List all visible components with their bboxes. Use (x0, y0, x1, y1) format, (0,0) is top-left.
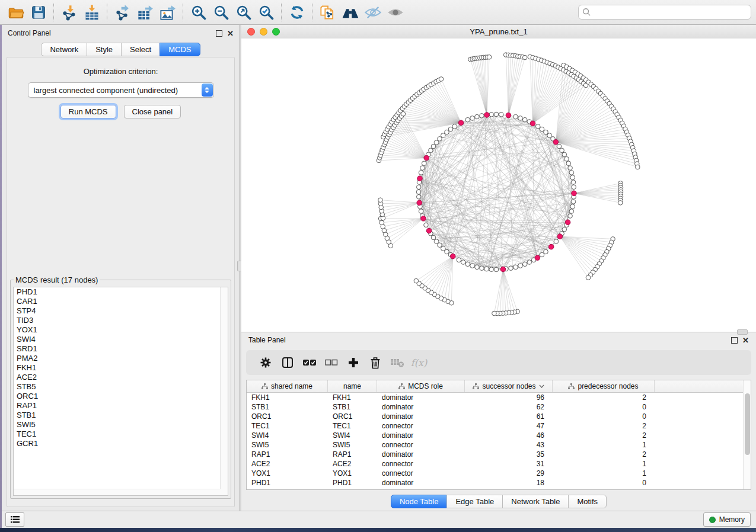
table-vertical-scrollbar[interactable] (743, 380, 751, 489)
network-graph[interactable] (241, 39, 756, 332)
tab-motifs[interactable]: Motifs (568, 495, 607, 508)
mcds-result-item[interactable]: PHD1 (14, 287, 228, 297)
close-panel-button[interactable]: Close panel (124, 105, 181, 118)
export-network-button[interactable] (111, 2, 134, 23)
table-row[interactable]: YOX1YOX1connector291 (247, 469, 751, 478)
criterion-dropdown[interactable]: largest connected component (undirected) (28, 82, 214, 98)
export-image-button[interactable] (157, 2, 179, 23)
mcds-result-title: MCDS result (17 nodes) (14, 275, 100, 284)
tab-node-table[interactable]: Node Table (391, 495, 448, 508)
mcds-result-item[interactable]: PMA2 (14, 354, 228, 363)
table-cell: connector (377, 460, 465, 468)
first-neighbors-button[interactable] (339, 2, 362, 23)
table-cell: SWI5 (328, 441, 377, 449)
search-box[interactable] (578, 5, 751, 20)
open-folder-icon (8, 5, 24, 20)
tab-style[interactable]: Style (87, 43, 122, 56)
show-all-button[interactable] (384, 2, 407, 23)
optimization-criterion-label: Optimization criterion: (7, 67, 234, 76)
float-panel-icon[interactable] (731, 337, 738, 344)
table-cell: STB1 (328, 403, 377, 411)
column-header-name[interactable]: name (328, 380, 377, 392)
network-canvas[interactable] (241, 39, 756, 332)
mcds-result-item[interactable]: ACE2 (14, 373, 228, 382)
table-row[interactable]: STB1STB1dominator620 (247, 402, 751, 412)
tab-edge-table[interactable]: Edge Table (446, 495, 503, 508)
table-row[interactable]: PHD1PHD1dominator180 (247, 478, 751, 488)
column-header-shared-name[interactable]: shared name (247, 380, 328, 392)
table-row[interactable]: SWI4SWI4dominator462 (247, 431, 751, 440)
apply-layout-button[interactable] (286, 2, 308, 23)
table-row[interactable]: RAP1RAP1dominator352 (247, 450, 751, 459)
open-file-button[interactable] (5, 2, 27, 23)
table-row[interactable]: ACE2ACE2connector311 (247, 459, 751, 469)
float-panel-icon[interactable] (216, 30, 222, 37)
mcds-result-item[interactable]: CAR1 (14, 297, 228, 306)
table-row[interactable]: SWI5SWI5connector431 (247, 440, 751, 450)
export-table-button[interactable] (134, 2, 157, 23)
mcds-result-item[interactable]: FKH1 (14, 363, 228, 373)
mcds-result-item[interactable]: GCR1 (14, 439, 228, 448)
table-cell: dominator (377, 403, 465, 411)
table-row[interactable]: TEC1TEC1connector472 (247, 421, 751, 431)
zoom-out-button[interactable] (210, 2, 232, 23)
mcds-result-item[interactable]: SWI5 (14, 420, 228, 430)
table-cell: 2 (553, 393, 655, 402)
mcds-result-item[interactable]: TEC1 (14, 430, 228, 439)
function-builder-button[interactable]: f(x) (408, 352, 430, 373)
trash-icon (369, 356, 381, 369)
close-panel-icon[interactable]: ✕ (227, 31, 234, 36)
mcds-result-list[interactable]: PHD1CAR1STP4TID3YOX1SWI4SRD1PMA2FKH1ACE2… (13, 287, 228, 496)
table-panel: Table Panel ✕ (241, 332, 756, 511)
save-session-button[interactable] (27, 2, 50, 23)
table-row[interactable]: ORC1ORC1dominator610 (247, 412, 751, 421)
zoom-fit-button[interactable] (232, 2, 255, 23)
tab-network-table[interactable]: Network Table (502, 495, 569, 508)
zoom-selected-button[interactable] (255, 2, 277, 23)
memory-button[interactable]: Memory (703, 512, 751, 527)
column-header-successor-nodes[interactable]: successor nodes (465, 380, 553, 392)
show-panel-menu-button[interactable] (5, 512, 24, 527)
export-table-icon (137, 4, 154, 21)
zoom-in-button[interactable] (187, 2, 210, 23)
table-row[interactable]: FKH1FKH1dominator962 (247, 393, 751, 402)
destroy-table-button[interactable] (386, 352, 408, 373)
deselect-all-button[interactable] (320, 352, 342, 373)
tab-network[interactable]: Network (41, 43, 87, 56)
mcds-result-item[interactable]: STB5 (14, 382, 228, 392)
duplicate-network-button[interactable] (317, 2, 339, 23)
select-all-button[interactable] (298, 352, 320, 373)
column-view-button[interactable] (276, 352, 298, 373)
import-network-button[interactable] (58, 2, 81, 23)
search-input[interactable] (591, 7, 747, 17)
table-cell: RAP1 (247, 450, 328, 459)
hide-selected-button[interactable] (362, 2, 384, 23)
mcds-result-item[interactable]: YOX1 (14, 325, 228, 335)
mcds-result-group: MCDS result (17 nodes) PHD1CAR1STP4TID3Y… (10, 275, 231, 499)
tab-select[interactable]: Select (121, 43, 160, 56)
mcds-result-item[interactable]: STB1 (14, 411, 228, 420)
table-cell: dominator (377, 450, 465, 459)
mcds-result-item[interactable]: SWI4 (14, 335, 228, 344)
list-horizontal-scrollbar[interactable] (14, 489, 221, 495)
table-header-row: shared name name MCDS role successor nod… (247, 380, 751, 393)
toolbar-separator (53, 4, 55, 21)
scrollbar-thumb[interactable] (745, 393, 750, 455)
mcds-result-item[interactable]: RAP1 (14, 401, 228, 411)
column-header-mcds-role[interactable]: MCDS role (377, 380, 465, 392)
column-header-predecessor-nodes[interactable]: predecessor nodes (553, 380, 655, 392)
tab-mcds[interactable]: MCDS (160, 43, 200, 56)
close-panel-icon[interactable]: ✕ (742, 338, 749, 343)
table-cell: TEC1 (247, 422, 328, 430)
delete-column-button[interactable] (364, 352, 386, 373)
mcds-result-item[interactable]: ORC1 (14, 392, 228, 401)
splitter-handle[interactable] (737, 329, 748, 335)
mcds-result-item[interactable]: TID3 (14, 316, 228, 325)
run-mcds-button[interactable]: Run MCDS (60, 105, 116, 118)
mcds-result-item[interactable]: STP4 (14, 306, 228, 316)
list-vertical-scrollbar[interactable] (220, 287, 228, 495)
mcds-result-item[interactable]: SRD1 (14, 344, 228, 354)
import-table-button[interactable] (81, 2, 103, 23)
table-settings-button[interactable] (254, 352, 276, 373)
add-column-button[interactable] (342, 352, 364, 373)
